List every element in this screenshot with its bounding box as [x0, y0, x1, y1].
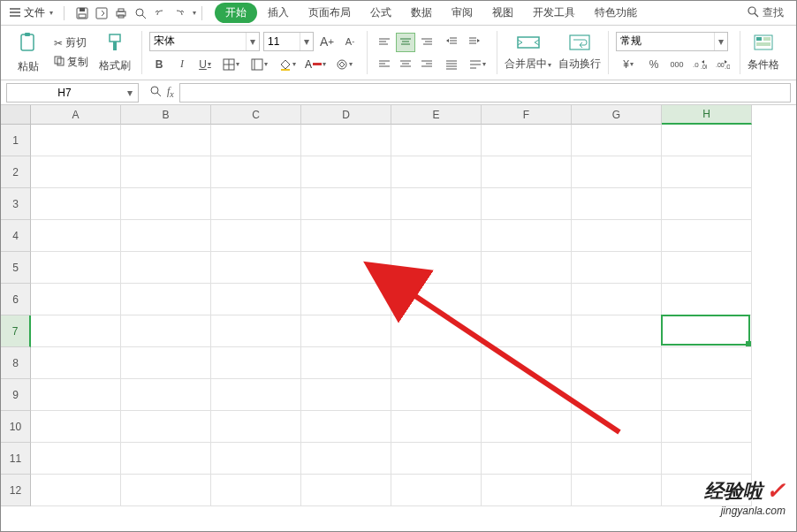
font-name-combo[interactable]: ▾: [149, 32, 260, 51]
row-header[interactable]: 2: [1, 156, 31, 188]
cell[interactable]: [391, 156, 482, 188]
cell[interactable]: [121, 379, 211, 411]
cell[interactable]: [301, 443, 391, 475]
row-header[interactable]: 1: [1, 125, 31, 156]
tab-0[interactable]: 开始: [215, 3, 257, 23]
tab-2[interactable]: 页面布局: [300, 2, 360, 24]
align-right-button[interactable]: [417, 54, 436, 73]
cell[interactable]: [662, 252, 752, 284]
cell[interactable]: [572, 411, 662, 443]
cell[interactable]: [482, 220, 572, 252]
cell[interactable]: [572, 315, 662, 347]
cell[interactable]: [482, 315, 572, 347]
tab-8[interactable]: 特色功能: [586, 2, 646, 24]
cell[interactable]: [301, 284, 391, 315]
cell[interactable]: [211, 315, 301, 347]
cell[interactable]: [482, 252, 572, 284]
tab-3[interactable]: 公式: [361, 2, 400, 24]
align-top-right-button[interactable]: [417, 33, 436, 52]
row-header[interactable]: 5: [1, 252, 31, 284]
cell[interactable]: [662, 156, 752, 188]
row-header[interactable]: 6: [1, 284, 31, 315]
decrease-font-button[interactable]: A-: [340, 32, 360, 51]
decrease-decimal-button[interactable]: .00.0: [713, 55, 732, 74]
cell[interactable]: [482, 443, 572, 475]
cell[interactable]: [301, 315, 391, 347]
increase-indent-button[interactable]: [465, 32, 484, 51]
row-header[interactable]: 8: [1, 347, 31, 379]
merge-cells-button[interactable]: 合并居中▾: [501, 27, 555, 78]
wrap-text-button[interactable]: 自动换行: [555, 27, 604, 78]
column-header[interactable]: G: [572, 105, 662, 125]
conditional-format-button[interactable]: 条件格: [744, 27, 783, 78]
cell[interactable]: [662, 411, 752, 443]
cell[interactable]: [391, 315, 482, 347]
align-top-left-button[interactable]: [375, 33, 394, 52]
tab-5[interactable]: 审阅: [443, 2, 482, 24]
cell[interactable]: [482, 156, 572, 188]
cell[interactable]: [211, 443, 301, 475]
font-size-input[interactable]: [264, 35, 300, 48]
name-box[interactable]: ▾: [6, 83, 139, 103]
tab-6[interactable]: 视图: [483, 2, 522, 24]
cell[interactable]: [121, 252, 211, 284]
percent-button[interactable]: %: [644, 55, 664, 74]
paste-button[interactable]: 粘贴: [10, 30, 47, 76]
cell[interactable]: [121, 315, 211, 347]
cell[interactable]: [211, 475, 301, 506]
cell[interactable]: [391, 411, 482, 443]
column-header[interactable]: E: [391, 105, 482, 125]
cell[interactable]: [121, 475, 211, 506]
chevron-down-icon[interactable]: ▾: [246, 33, 259, 50]
column-header[interactable]: C: [211, 105, 301, 125]
cell[interactable]: [211, 156, 301, 188]
row-header[interactable]: 10: [1, 411, 31, 443]
qat-more-icon[interactable]: ▾: [193, 9, 196, 17]
column-header[interactable]: A: [31, 105, 121, 125]
cell[interactable]: [662, 347, 752, 379]
align-top-center-button[interactable]: [396, 33, 415, 52]
save-icon[interactable]: [75, 6, 89, 20]
column-header[interactable]: B: [121, 105, 211, 125]
cell[interactable]: [301, 411, 391, 443]
cell[interactable]: [31, 188, 121, 220]
cell[interactable]: [31, 284, 121, 315]
cell[interactable]: [211, 284, 301, 315]
undo-icon[interactable]: [153, 6, 167, 20]
cell[interactable]: [211, 411, 301, 443]
column-header[interactable]: F: [482, 105, 572, 125]
cell[interactable]: [482, 411, 572, 443]
column-header[interactable]: D: [301, 105, 391, 125]
cell[interactable]: [211, 252, 301, 284]
save-as-icon[interactable]: [95, 6, 109, 20]
cell[interactable]: [662, 443, 752, 475]
file-menu-button[interactable]: 文件 ▾: [4, 3, 58, 23]
cell[interactable]: [391, 220, 482, 252]
cell[interactable]: [662, 188, 752, 220]
bold-button[interactable]: B: [149, 55, 169, 74]
cell[interactable]: [482, 347, 572, 379]
cell[interactable]: [572, 347, 662, 379]
chevron-down-icon[interactable]: ▾: [300, 33, 313, 50]
cell[interactable]: [31, 125, 121, 156]
cell[interactable]: [121, 411, 211, 443]
cell[interactable]: [31, 443, 121, 475]
cell[interactable]: [301, 156, 391, 188]
row-header[interactable]: 9: [1, 379, 31, 411]
cell[interactable]: [572, 156, 662, 188]
cell[interactable]: [211, 379, 301, 411]
cell[interactable]: [391, 379, 482, 411]
cell[interactable]: [482, 284, 572, 315]
cell[interactable]: [121, 443, 211, 475]
align-left-button[interactable]: [375, 54, 394, 73]
cell[interactable]: [662, 220, 752, 252]
chevron-down-icon[interactable]: ▾: [714, 33, 727, 50]
font-name-input[interactable]: [150, 35, 246, 48]
cell[interactable]: [572, 443, 662, 475]
cell[interactable]: [482, 188, 572, 220]
formula-input[interactable]: [179, 83, 791, 103]
cell[interactable]: [121, 125, 211, 156]
cell[interactable]: [572, 220, 662, 252]
cell[interactable]: [391, 125, 482, 156]
cell[interactable]: [301, 475, 391, 506]
